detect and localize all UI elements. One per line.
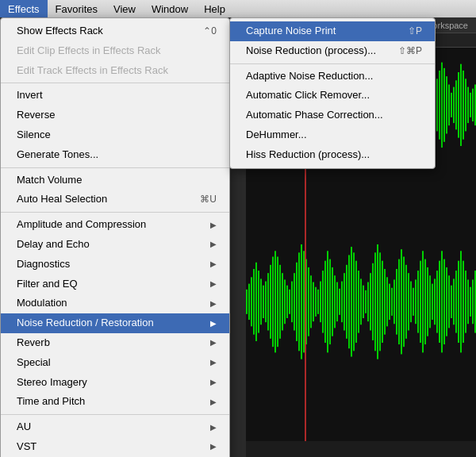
svg-rect-120 <box>298 252 300 351</box>
menu-reverse[interactable]: Reverse <box>1 106 229 125</box>
dehummer-label: DeHummer... <box>246 127 307 144</box>
svg-rect-177 <box>434 278 436 325</box>
time-pitch-label: Time and Pitch <box>17 394 85 410</box>
svg-rect-175 <box>429 275 431 328</box>
menu-show-effects-rack[interactable]: Show Effects Rack ⌃0 <box>1 21 229 41</box>
svg-rect-122 <box>303 251 305 352</box>
stereo-imagery-label: Stereo Imagery <box>17 374 87 391</box>
separator-4 <box>1 414 229 415</box>
menu-delay-echo[interactable]: Delay and Echo ▶ <box>1 235 229 255</box>
svg-rect-91 <box>460 64 462 146</box>
svg-rect-146 <box>360 278 362 325</box>
noise-reduction-process-shortcut: ⇧⌘P <box>398 44 422 59</box>
svg-rect-115 <box>286 286 288 318</box>
menu-diagnostics[interactable]: Diagnostics ▶ <box>1 255 229 275</box>
menu-noise-reduction[interactable]: Noise Reduction / Restoration ▶ <box>1 313 229 333</box>
special-label: Special <box>17 355 51 371</box>
noise-reduction-label: Noise Reduction / Restoration <box>17 315 154 332</box>
adaptive-noise-label: Adaptive Noise Reduction... <box>246 68 373 85</box>
svg-rect-156 <box>384 269 386 335</box>
svg-rect-145 <box>358 271 359 333</box>
menu-modulation[interactable]: Modulation ▶ <box>1 294 229 313</box>
show-effects-rack-label: Show Effects Rack <box>17 23 103 40</box>
amplitude-label: Amplitude and Compression <box>17 217 146 233</box>
svg-rect-88 <box>453 87 455 123</box>
menu-window[interactable]: Window <box>144 0 196 17</box>
svg-rect-92 <box>463 71 464 140</box>
svg-rect-81 <box>436 79 438 131</box>
menu-auto-click-remover[interactable]: Automatic Click Remover... <box>230 86 435 106</box>
menu-invert[interactable]: Invert <box>1 86 229 106</box>
svg-rect-133 <box>329 259 331 344</box>
menu-dehummer[interactable]: DeHummer... <box>230 125 435 145</box>
svg-rect-114 <box>284 279 286 324</box>
svg-rect-188 <box>460 251 462 352</box>
menu-view[interactable]: View <box>106 0 144 17</box>
menu-effects[interactable]: Effects <box>0 0 48 17</box>
svg-rect-100 <box>251 277 252 326</box>
menu-noise-reduction-process[interactable]: Noise Reduction (process)... ⇧⌘P <box>230 41 435 61</box>
svg-rect-113 <box>282 273 283 330</box>
svg-rect-151 <box>372 263 374 340</box>
svg-rect-127 <box>315 287 317 317</box>
svg-rect-136 <box>336 282 338 322</box>
svg-rect-103 <box>258 271 259 333</box>
svg-rect-187 <box>458 261 459 343</box>
svg-rect-126 <box>313 282 314 322</box>
menu-vst[interactable]: VST ▶ <box>1 437 229 457</box>
svg-rect-108 <box>270 265 271 339</box>
menu-reverb[interactable]: Reverb ▶ <box>1 333 229 353</box>
svg-rect-165 <box>405 265 407 339</box>
menu-silence[interactable]: Silence <box>1 125 229 145</box>
svg-rect-107 <box>267 273 269 330</box>
modulation-arrow: ▶ <box>210 298 217 310</box>
svg-rect-169 <box>415 279 416 324</box>
menu-adaptive-noise[interactable]: Adaptive Noise Reduction... <box>230 67 435 86</box>
svg-rect-117 <box>291 282 293 323</box>
capture-noise-print-label: Capture Noise Print <box>246 23 336 40</box>
menu-time-pitch[interactable]: Time and Pitch ▶ <box>1 392 229 412</box>
edit-track-effects-label: Edit Track Effects in Effects Rack <box>17 63 168 79</box>
menu-favorites[interactable]: Favorites <box>48 0 106 17</box>
svg-rect-192 <box>470 287 471 317</box>
svg-rect-130 <box>322 271 324 333</box>
svg-rect-185 <box>453 278 455 325</box>
menu-match-volume[interactable]: Match Volume <box>1 171 229 190</box>
noise-reduction-arrow: ▶ <box>210 317 217 330</box>
menu-help[interactable]: Help <box>196 0 233 17</box>
filter-eq-arrow: ▶ <box>210 278 217 290</box>
svg-rect-112 <box>279 265 281 339</box>
svg-rect-178 <box>436 271 438 333</box>
svg-rect-186 <box>455 271 457 333</box>
menu-auto-heal[interactable]: Auto Heal Selection ⌘U <box>1 190 229 209</box>
menu-edit-clip-effects: Edit Clip Effects in Effects Rack <box>1 41 229 61</box>
svg-rect-180 <box>441 251 443 352</box>
svg-rect-121 <box>301 244 302 359</box>
svg-rect-89 <box>455 80 457 129</box>
svg-rect-139 <box>344 273 345 330</box>
vst-arrow: ▶ <box>210 440 217 453</box>
menu-generate-tones[interactable]: Generate Tones... <box>1 145 229 165</box>
edit-clip-effects-label: Edit Clip Effects in Effects Rack <box>17 43 161 60</box>
diagnostics-label: Diagnostics <box>17 256 70 273</box>
menu-amplitude[interactable]: Amplitude and Compression ▶ <box>1 215 229 235</box>
svg-rect-157 <box>386 277 388 326</box>
show-effects-rack-shortcut: ⌃0 <box>203 24 217 39</box>
svg-rect-85 <box>446 76 447 133</box>
noise-reduction-process-label: Noise Reduction (process)... <box>246 43 376 60</box>
menu-au[interactable]: AU ▶ <box>1 417 229 437</box>
svg-rect-119 <box>296 263 298 341</box>
menu-capture-noise-print[interactable]: Capture Noise Print ⇧P <box>230 21 435 41</box>
auto-click-remover-label: Automatic Click Remover... <box>246 87 370 104</box>
menu-stereo-imagery[interactable]: Stereo Imagery ▶ <box>1 373 229 393</box>
svg-rect-166 <box>408 273 409 330</box>
svg-rect-164 <box>403 257 405 348</box>
menu-auto-phase-correction[interactable]: Automatic Phase Correction... <box>230 106 435 125</box>
svg-rect-135 <box>334 275 336 328</box>
reverse-label: Reverse <box>17 107 55 124</box>
svg-rect-147 <box>363 286 364 318</box>
menu-special[interactable]: Special ▶ <box>1 353 229 373</box>
menu-hiss-reduction[interactable]: Hiss Reduction (process)... <box>230 145 435 165</box>
menu-filter-eq[interactable]: Filter and EQ ▶ <box>1 275 229 294</box>
silence-label: Silence <box>17 127 51 144</box>
